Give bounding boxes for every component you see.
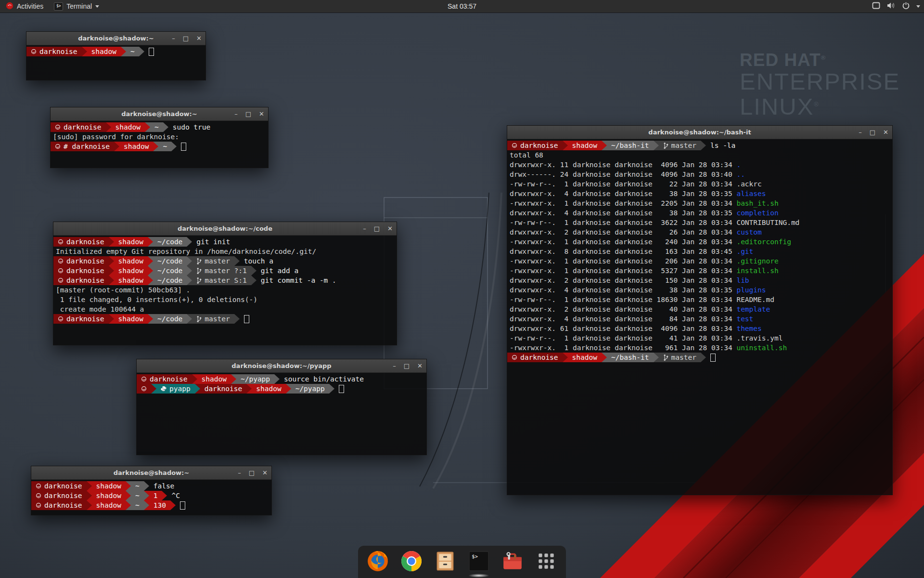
window-titlebar[interactable]: darknoise@shadow:~–□✕	[26, 32, 205, 45]
clock[interactable]: Sat 03:57	[448, 2, 476, 10]
maximize-button[interactable]: □	[374, 225, 380, 232]
chrome-icon	[400, 550, 423, 572]
powerline-separator	[87, 500, 92, 510]
prompt-line: darknoiseshadow~1^C	[31, 491, 271, 500]
prompt-segment-path: ~	[126, 47, 139, 56]
file-name: plugins	[736, 285, 766, 295]
powerline-separator	[234, 314, 240, 324]
segment-label: pyapp	[169, 384, 191, 394]
maximize-button[interactable]: □	[183, 35, 189, 41]
minimize-button[interactable]: –	[238, 470, 241, 476]
segment-label: darknoise	[64, 122, 102, 132]
chevron-down-icon[interactable]	[916, 5, 920, 8]
segment-label: darknoise	[205, 384, 243, 394]
minimize-button[interactable]: –	[363, 225, 366, 232]
powerline-separator	[234, 256, 240, 266]
volume-icon[interactable]	[887, 2, 896, 11]
minimize-button[interactable]: –	[234, 111, 238, 117]
redhat-icon	[55, 144, 61, 149]
segment-label: darknoise	[66, 266, 104, 276]
window-titlebar[interactable]: darknoise@shadow:~/bash-it–□✕	[507, 126, 892, 139]
prompt-segment-venv: pyapp	[156, 384, 195, 394]
prompt-segment-branch: master	[659, 353, 701, 362]
redhat-icon	[512, 143, 517, 148]
minimize-button[interactable]: –	[172, 35, 175, 41]
segment-label: ~/bash-it	[611, 353, 649, 362]
segment-label: darknoise	[66, 276, 104, 285]
terminal-window-sudo: darknoise@shadow:~–□✕darknoiseshadow~sud…	[50, 107, 269, 168]
close-button[interactable]: ✕	[883, 129, 888, 135]
powerline-separator	[106, 122, 111, 132]
terminal-content[interactable]: darknoiseshadow~/pyappsource bin/activat…	[137, 373, 426, 394]
prompt-segment-host: shadow	[111, 122, 145, 132]
app-menu-terminal[interactable]: $> Terminal	[49, 0, 104, 13]
powerline-separator	[87, 491, 92, 500]
close-button[interactable]: ✕	[387, 225, 393, 232]
redhat-icon	[58, 239, 64, 245]
dock-item-terminal[interactable]: $>	[468, 550, 490, 572]
powerline-separator	[187, 256, 192, 266]
window-titlebar[interactable]: darknoise@shadow:~/pyapp–□✕	[137, 359, 426, 373]
python-icon	[161, 386, 167, 392]
terminal-window-pyapp: darknoise@shadow:~/pyapp–□✕darknoiseshad…	[136, 359, 427, 455]
file-attributes: -rw-rw-r--. 1 darknoise darknoise 18630 …	[510, 295, 736, 304]
window-titlebar[interactable]: darknoise@shadow:~–□✕	[31, 466, 271, 480]
dock-item-toolbox[interactable]	[501, 550, 524, 572]
segment-label: shadow	[256, 384, 281, 394]
maximize-button[interactable]: □	[245, 111, 251, 117]
powerline-separator	[602, 141, 607, 150]
redhat-icon	[141, 376, 147, 382]
dock-item-firefox[interactable]	[367, 550, 389, 572]
file-list-row: -rw-rw-r--. 1 darknoise darknoise 3622 J…	[507, 218, 892, 227]
file-list-row: -rwxrwxr-x. 1 darknoise darknoise 961 Ja…	[507, 343, 892, 353]
file-name: .gitignore	[736, 256, 778, 266]
prompt-segment-path: ~/pyapp	[236, 374, 274, 384]
file-attributes: drwx------. 24 darknoise darknoise 4096 …	[510, 170, 736, 179]
segment-label: ~	[135, 500, 140, 510]
terminal-content[interactable]: darknoiseshadow~falsedarknoiseshadow~1^C…	[31, 480, 271, 510]
close-button[interactable]: ✕	[196, 35, 202, 41]
close-button[interactable]: ✕	[262, 470, 268, 476]
maximize-button[interactable]: □	[404, 363, 410, 369]
git-branch-icon	[196, 267, 202, 275]
file-name: CONTRIBUTING.md	[736, 218, 799, 227]
powerline-separator	[171, 142, 177, 151]
terminal-content[interactable]: darknoiseshadow~sudo true[sudo] password…	[51, 121, 268, 151]
segment-label: ~	[130, 47, 135, 56]
maximize-button[interactable]: □	[249, 470, 255, 476]
window-titlebar[interactable]: darknoise@shadow:~–□✕	[51, 107, 268, 121]
file-attributes: drwxrwxr-x. 2 darknoise darknoise 40 Jan…	[510, 304, 736, 314]
file-list-row: -rw-rw-r--. 1 darknoise darknoise 41 Jan…	[507, 333, 892, 343]
terminal-output-line: total 68	[507, 150, 892, 160]
file-name: bash_it.sh	[736, 198, 778, 208]
file-list-row: drwxrwxr-x. 4 darknoise darknoise 84 Jan…	[507, 314, 892, 324]
dock-item-files[interactable]	[434, 550, 456, 572]
maximize-button[interactable]: □	[870, 129, 875, 135]
minimize-button[interactable]: –	[859, 129, 862, 135]
terminal-content[interactable]: darknoiseshadow~	[26, 45, 205, 56]
terminal-content[interactable]: darknoiseshadow~/codegit initInitialized…	[53, 236, 397, 324]
dock-item-chrome[interactable]	[400, 550, 423, 572]
prompt-segment-host: shadow	[114, 256, 148, 266]
command-text: ls -la	[706, 141, 735, 150]
dock-item-app-grid[interactable]	[535, 550, 557, 572]
close-button[interactable]: ✕	[259, 111, 264, 117]
window-titlebar[interactable]: darknoise@shadow:~/code–□✕	[53, 222, 397, 236]
file-attributes: -rwxrwxr-x. 1 darknoise darknoise 5327 J…	[510, 266, 736, 276]
display-icon[interactable]	[872, 2, 880, 11]
terminal-content[interactable]: darknoiseshadow~/bash-itmasterls -latota…	[507, 139, 892, 362]
minimize-button[interactable]: –	[393, 363, 396, 369]
activities-button[interactable]: Activities	[0, 0, 49, 13]
file-list-row: -rwxrwxr-x. 1 darknoise darknoise 206 Ja…	[507, 256, 892, 266]
prompt-segment-path: ~	[131, 491, 144, 500]
terminal-cursor	[149, 48, 154, 56]
close-button[interactable]: ✕	[417, 363, 423, 369]
segment-label: ~	[135, 491, 140, 500]
prompt-segment-path: ~/code	[153, 276, 187, 285]
segment-label: 130	[154, 500, 166, 510]
powerline-separator	[126, 500, 131, 510]
command-text: sudo true	[168, 122, 211, 132]
power-icon[interactable]	[902, 2, 910, 11]
powerline-separator	[162, 491, 167, 500]
brand-line-enterprise: ENTERPRISE	[740, 70, 900, 93]
